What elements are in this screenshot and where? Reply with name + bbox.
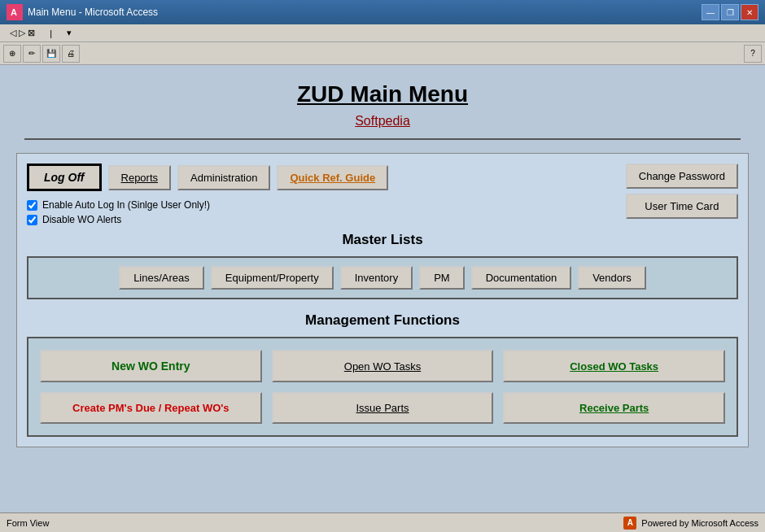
menu-bar: ◁ ▷ ⊠ | ▾ bbox=[0, 24, 765, 42]
toolbar-btn-4[interactable]: 🖨 bbox=[62, 45, 80, 63]
disable-wd-checkbox[interactable]: Disable WO Alerts bbox=[27, 214, 618, 225]
toolbar-btn-2[interactable]: ✏ bbox=[23, 45, 41, 63]
receive-parts-button[interactable]: Receive Parts bbox=[503, 392, 725, 424]
master-lists-title: Master Lists bbox=[27, 232, 738, 248]
app-title: ZUD Main Menu bbox=[16, 81, 749, 107]
menu-item-left: ◁ ▷ ⊠ bbox=[3, 26, 42, 40]
management-title: Management Functions bbox=[27, 312, 738, 329]
quick-ref-button[interactable]: Quick Ref. Guide bbox=[277, 165, 388, 190]
powered-by-label: Powered by Microsoft Access bbox=[641, 518, 758, 528]
reports-button[interactable]: Reports bbox=[108, 165, 172, 190]
toolbar-btn-3[interactable]: 💾 bbox=[42, 45, 60, 63]
administration-button[interactable]: Administration bbox=[177, 165, 270, 190]
disable-wd-label: Disable WO Alerts bbox=[42, 214, 121, 225]
equipment-property-button[interactable]: Equipment/Property bbox=[211, 266, 334, 290]
change-password-button[interactable]: Change Password bbox=[626, 164, 738, 189]
auto-login-input[interactable] bbox=[27, 200, 37, 211]
title-divider bbox=[24, 138, 741, 140]
logoff-button[interactable]: Log Off bbox=[27, 164, 102, 191]
disable-wd-input[interactable] bbox=[27, 215, 37, 225]
restore-btn[interactable]: ❐ bbox=[721, 4, 739, 20]
toolbar-btn-5[interactable]: ? bbox=[744, 45, 762, 63]
master-list-buttons: Lines/Areas Equipment/Property Inventory… bbox=[37, 266, 728, 290]
main-panel: Log Off Reports Administration Quick Ref… bbox=[16, 153, 749, 447]
top-row: Log Off Reports Administration Quick Ref… bbox=[27, 164, 738, 232]
toolbar-btn-1[interactable]: ⊕ bbox=[3, 45, 21, 63]
checkboxes-area: Enable Auto Log In (Sinlge User Only!) D… bbox=[27, 199, 618, 225]
user-time-card-button[interactable]: User Time Card bbox=[626, 194, 738, 219]
pm-button[interactable]: PM bbox=[419, 266, 465, 290]
auto-login-checkbox[interactable]: Enable Auto Log In (Sinlge User Only!) bbox=[27, 199, 618, 211]
menu-nav: ▾ bbox=[60, 26, 78, 40]
menu-separator: | bbox=[43, 27, 59, 40]
management-grid: New WO Entry Open WO Tasks Closed WO Tas… bbox=[40, 350, 725, 424]
new-wo-button[interactable]: New WO Entry bbox=[40, 350, 262, 382]
form-view-label: Form View bbox=[7, 518, 49, 528]
right-side-buttons: Change Password User Time Card bbox=[626, 164, 738, 232]
top-buttons-row: Log Off Reports Administration Quick Ref… bbox=[27, 164, 618, 191]
auto-login-label: Enable Auto Log In (Sinlge User Only!) bbox=[42, 199, 210, 211]
access-icon: A bbox=[623, 517, 636, 530]
inventory-button[interactable]: Inventory bbox=[340, 266, 413, 290]
left-side: Log Off Reports Administration Quick Ref… bbox=[27, 164, 618, 232]
lines-areas-button[interactable]: Lines/Areas bbox=[119, 266, 204, 290]
app-icon: A bbox=[7, 4, 23, 20]
toolbar: ⊕ ✏ 💾 🖨 ? bbox=[0, 42, 765, 65]
window-title: Main Menu - Microsoft Access bbox=[28, 7, 158, 18]
status-bar: Form View A Powered by Microsoft Access bbox=[0, 512, 765, 532]
master-list-box: Lines/Areas Equipment/Property Inventory… bbox=[27, 256, 738, 299]
vendors-button[interactable]: Vendors bbox=[578, 266, 646, 290]
closed-wo-button[interactable]: Closed WO Tasks bbox=[503, 350, 725, 382]
management-box: New WO Entry Open WO Tasks Closed WO Tas… bbox=[27, 337, 738, 437]
main-content: ZUD Main Menu Softpedia Log Off Reports … bbox=[0, 65, 765, 512]
issue-parts-button[interactable]: Issue Parts bbox=[272, 392, 494, 424]
close-btn[interactable]: ✕ bbox=[741, 4, 758, 20]
status-right: A Powered by Microsoft Access bbox=[623, 517, 758, 530]
softpedia-link[interactable]: Softpedia bbox=[16, 114, 749, 129]
title-bar: A Main Menu - Microsoft Access — ❐ ✕ bbox=[0, 0, 765, 24]
documentation-button[interactable]: Documentation bbox=[471, 266, 571, 290]
minimize-btn[interactable]: — bbox=[702, 4, 719, 20]
svg-text:A: A bbox=[11, 7, 17, 17]
create-pm-button[interactable]: Create PM's Due / Repeat WO's bbox=[40, 392, 262, 424]
title-bar-left: A Main Menu - Microsoft Access bbox=[7, 4, 158, 20]
window-controls[interactable]: — ❐ ✕ bbox=[702, 4, 758, 20]
open-wo-button[interactable]: Open WO Tasks bbox=[272, 350, 494, 382]
